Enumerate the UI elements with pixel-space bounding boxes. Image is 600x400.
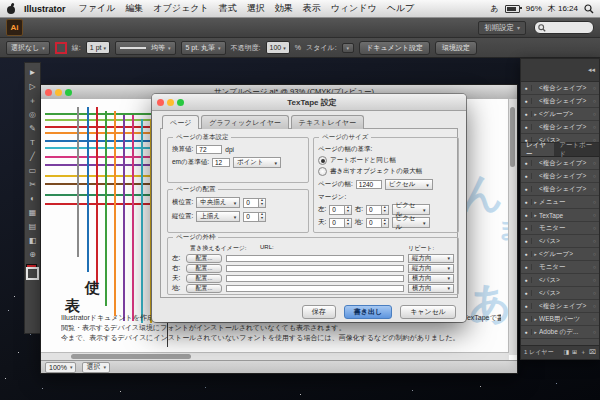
- pen-tool-icon[interactable]: ✎: [26, 121, 39, 135]
- layer-row[interactable]: ●▸Adobe のデ...○: [521, 326, 599, 339]
- layer-row[interactable]: ●<パス>○: [521, 274, 599, 287]
- menu-app-name[interactable]: Illustrator: [24, 4, 66, 14]
- layer-row[interactable]: ●▸WEB用パーツ○: [521, 313, 599, 326]
- visibility-icon[interactable]: ●: [521, 173, 532, 179]
- menu-clock[interactable]: 木 16:24: [548, 3, 578, 14]
- magic-wand-tool-icon[interactable]: ＋: [26, 93, 39, 107]
- layer-row[interactable]: ●▸<グループ>○: [521, 108, 599, 121]
- scissors-tool-icon[interactable]: ✂: [26, 177, 39, 191]
- repeat-select[interactable]: 縦方向: [408, 264, 454, 273]
- visibility-icon[interactable]: ●: [521, 199, 532, 205]
- margin-bottom-stepper[interactable]: ▲▼: [366, 218, 388, 228]
- apple-icon[interactable]: [6, 3, 16, 15]
- brush-dropdown[interactable]: 5 pt. 丸筆: [181, 41, 226, 55]
- target-icon[interactable]: ○: [590, 212, 599, 218]
- vertical-scrollbar[interactable]: [508, 99, 517, 355]
- selection-tool-icon[interactable]: ►: [26, 65, 39, 79]
- visibility-icon[interactable]: ●: [521, 264, 532, 270]
- em-unit-select[interactable]: ポイント: [233, 157, 281, 168]
- visibility-icon[interactable]: ●: [521, 98, 532, 104]
- status-dropdown[interactable]: 選択▾: [82, 362, 110, 373]
- cancel-button[interactable]: キャンセル: [400, 305, 456, 319]
- page-width-input[interactable]: [356, 180, 382, 189]
- mesh-tool-icon[interactable]: ▦: [26, 205, 39, 219]
- menu-item-7[interactable]: ウィンドウ: [326, 2, 382, 15]
- visibility-icon[interactable]: ●: [521, 212, 532, 218]
- h-position-stepper[interactable]: ▲▼: [243, 198, 265, 208]
- zoom-control[interactable]: 100%▾: [45, 362, 76, 373]
- url-input[interactable]: [226, 285, 404, 292]
- tab-page[interactable]: ページ: [162, 115, 199, 129]
- layer-row[interactable]: ●<パス>○: [521, 235, 599, 248]
- repeat-select[interactable]: 横方向: [408, 284, 454, 293]
- url-input[interactable]: [226, 275, 404, 282]
- close-window-icon[interactable]: [45, 89, 52, 96]
- lasso-tool-icon[interactable]: ◎: [26, 107, 39, 121]
- make-clipping-mask-icon[interactable]: ◨: [563, 348, 569, 357]
- layer-row[interactable]: ●<複合シェイプ>○: [521, 82, 599, 95]
- url-input[interactable]: [226, 265, 404, 272]
- place-image-button[interactable]: 配置...: [186, 264, 222, 273]
- target-icon[interactable]: ○: [590, 85, 599, 91]
- visibility-icon[interactable]: ●: [521, 316, 532, 322]
- margin-left-stepper[interactable]: ▲▼: [329, 205, 351, 215]
- target-icon[interactable]: ○: [590, 199, 599, 205]
- selection-dropdown[interactable]: 選択なし: [6, 41, 50, 55]
- stroke-profile-dropdown[interactable]: 均等: [115, 41, 176, 55]
- visibility-icon[interactable]: ●: [521, 329, 532, 335]
- target-icon[interactable]: ○: [590, 238, 599, 244]
- place-image-button[interactable]: 配置...: [186, 274, 222, 283]
- dpi-input[interactable]: [196, 145, 222, 154]
- layer-row[interactable]: ●<複合シェイプ>○: [521, 300, 599, 313]
- target-icon[interactable]: ○: [590, 264, 599, 270]
- delete-layer-icon[interactable]: ⌧: [589, 348, 596, 357]
- place-image-button[interactable]: 配置...: [186, 284, 222, 293]
- stroke-weight-dropdown[interactable]: 1 pt: [86, 41, 110, 54]
- dialog-titlebar[interactable]: TexTape 設定: [152, 94, 466, 111]
- tab-graphic-layer[interactable]: グラフィックレイヤー: [201, 115, 288, 129]
- type-tool-icon[interactable]: T: [26, 135, 39, 149]
- target-icon[interactable]: ○: [590, 186, 599, 192]
- menu-item-6[interactable]: 表示: [298, 2, 326, 15]
- radio-object-max-width[interactable]: [318, 167, 327, 176]
- layer-row[interactable]: ●▸<グループ>○: [521, 248, 599, 261]
- v-position-stepper[interactable]: ▲▼: [243, 212, 265, 222]
- minimize-window-icon[interactable]: [55, 89, 62, 96]
- visibility-icon[interactable]: ●: [521, 277, 532, 283]
- page-width-unit-select[interactable]: ピクセル: [385, 179, 433, 190]
- target-icon[interactable]: ○: [590, 277, 599, 283]
- style-dropdown[interactable]: [342, 43, 355, 53]
- target-icon[interactable]: ○: [590, 290, 599, 296]
- symbol-sprayer-tool-icon[interactable]: ▤: [26, 219, 39, 233]
- disclosure-icon[interactable]: ▸: [532, 199, 539, 205]
- dialog-close-icon[interactable]: [157, 99, 164, 106]
- tab-layers[interactable]: レイヤー: [521, 143, 554, 156]
- workspace-switcher[interactable]: 初期設定▾: [478, 21, 526, 35]
- toolbar-fill-stroke-icon[interactable]: [26, 264, 39, 280]
- menu-item-2[interactable]: オブジェクト: [148, 2, 213, 15]
- gradient-tool-icon[interactable]: ◐: [26, 191, 39, 205]
- layer-row[interactable]: ●<パス>○: [521, 287, 599, 300]
- zoom-tool-icon[interactable]: ⊕: [26, 247, 39, 261]
- visibility-icon[interactable]: ●: [521, 111, 532, 117]
- menu-item-1[interactable]: 編集: [120, 2, 148, 15]
- layer-row[interactable]: ●<複合シェイプ>○: [521, 121, 599, 134]
- layer-row[interactable]: ●▸メニュー○: [521, 196, 599, 209]
- target-icon[interactable]: ○: [590, 303, 599, 309]
- radio-artboard-width[interactable]: [318, 156, 327, 165]
- visibility-icon[interactable]: ●: [521, 225, 532, 231]
- menu-item-8[interactable]: ヘルプ: [382, 2, 420, 15]
- disclosure-icon[interactable]: ▸: [532, 329, 539, 335]
- input-source-icon[interactable]: あ: [491, 3, 499, 14]
- dialog-minimize-icon[interactable]: [167, 99, 174, 106]
- fill-stroke-icon[interactable]: [55, 42, 67, 54]
- line-segment-tool-icon[interactable]: ╱: [26, 149, 39, 163]
- zoom-window-icon[interactable]: [65, 89, 72, 96]
- menu-item-4[interactable]: 選択: [242, 2, 270, 15]
- target-icon[interactable]: ○: [590, 98, 599, 104]
- layer-row[interactable]: ●<複合シェイプ>○: [521, 183, 599, 196]
- target-icon[interactable]: ○: [590, 316, 599, 322]
- tab-artboards[interactable]: アートボード: [554, 143, 599, 156]
- target-icon[interactable]: ○: [590, 173, 599, 179]
- repeat-select[interactable]: 縦方向: [408, 254, 454, 263]
